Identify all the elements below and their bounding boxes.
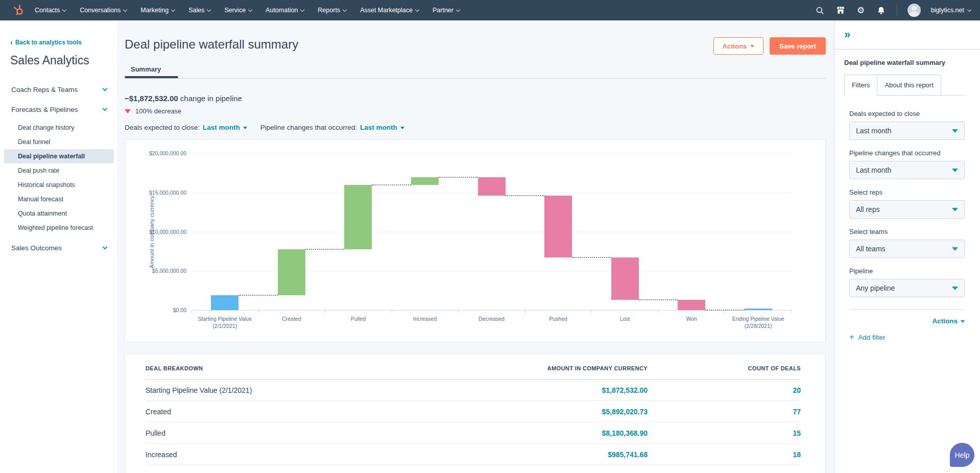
save-report-button[interactable]: Save report (770, 37, 826, 55)
app-root: ContactsConversationsMarketingSalesServi… (0, 0, 980, 473)
sidebar-section-toggle-coach-reps-teams[interactable]: Coach Reps & Teams (10, 80, 108, 100)
waterfall-bar-created[interactable] (278, 249, 305, 295)
table-row: Decreased$2,340,455.1514 (146, 465, 801, 473)
panel-actions-dropdown[interactable]: Actions (932, 317, 965, 325)
waterfall-bar-won[interactable] (678, 300, 705, 310)
nav-item-label: Partner (433, 7, 453, 14)
chevron-down-icon (343, 7, 347, 11)
waterfall-bar-pulled[interactable] (344, 185, 372, 249)
y-axis-tick-label: $0.00 (125, 307, 186, 313)
change-amount: −$1,872,532.00 (125, 94, 178, 103)
waterfall-bar-ending-pipeline-value-2-28-2021-[interactable] (745, 309, 772, 310)
sidebar-section-toggle-sales-outcomes[interactable]: Sales Outcomes (10, 238, 108, 258)
help-button[interactable]: Help (950, 443, 974, 467)
collapse-panel-icon[interactable]: » (844, 29, 850, 40)
decrease-indicator: 100% decrease (125, 107, 826, 115)
waterfall-connector (439, 177, 478, 178)
nav-item-partner[interactable]: Partner (433, 7, 460, 14)
filter2-label: Pipeline changes that occurred: (260, 124, 357, 131)
user-avatar[interactable] (907, 4, 921, 17)
caret-down-icon (243, 127, 247, 129)
panel-top-bar: » (834, 20, 980, 50)
chevron-down-icon (171, 7, 175, 11)
waterfall-bar-pushed[interactable] (544, 196, 572, 257)
nav-item-sales[interactable]: Sales (188, 7, 210, 14)
sidebar-title: Sales Analytics (10, 54, 108, 67)
waterfall-chart: $0.00$5,000,000.00$10,000,000.00$15,000,… (125, 139, 826, 343)
waterfall-bar-starting-pipeline-value-2-1-2021-[interactable] (211, 295, 238, 310)
filter-label-pipeline: Pipeline (849, 267, 965, 275)
sidebar-item-deal-pipeline-waterfall[interactable]: Deal pipeline waterfall (4, 149, 114, 163)
sidebar-item-historical-snapshots[interactable]: Historical snapshots (4, 178, 114, 192)
filter-select-value: Last month (856, 127, 891, 135)
table-header-cell: COUNT OF DEALS (648, 365, 801, 371)
filter-label-pipeline-changes-that-occurred: Pipeline changes that occurred (849, 149, 965, 157)
waterfall-bar-decreased[interactable] (478, 177, 506, 196)
table-row: Starting Pipeline Value (2/1/2021)$1,872… (146, 380, 801, 401)
filter-select-pipeline[interactable]: Any pipeline (849, 279, 965, 297)
filter-select-select-reps[interactable]: All reps (849, 200, 965, 219)
x-axis-line (192, 310, 792, 311)
filter2-dropdown[interactable]: Last month (360, 124, 404, 131)
caret-down-icon (952, 208, 958, 211)
row-count-link[interactable]: 15 (648, 429, 801, 437)
x-axis-tick (325, 310, 325, 313)
nav-item-asset-marketplace[interactable]: Asset Marketplace (360, 7, 419, 14)
row-count-link[interactable]: 18 (648, 451, 801, 459)
nav-item-contacts[interactable]: Contacts (35, 7, 66, 14)
sidebar-item-weighted-pipeline-forecast[interactable]: Weighted pipeline forecast (4, 221, 114, 235)
filter-select-deals-expected-to-close[interactable]: Last month (849, 122, 965, 140)
analytics-sidebar: ‹ Back to analytics tools Sales Analytic… (0, 20, 117, 473)
panel-title: Deal pipeline waterfall summary (844, 59, 965, 66)
nav-item-reports[interactable]: Reports (318, 7, 346, 14)
chevron-down-icon (248, 7, 252, 11)
sidebar-item-deal-change-history[interactable]: Deal change history (4, 121, 114, 135)
nav-item-conversations[interactable]: Conversations (80, 7, 127, 14)
add-filter-button[interactable]: + Add filter (849, 333, 965, 341)
table-body: Starting Pipeline Value (2/1/2021)$1,872… (146, 380, 801, 473)
caret-down-icon (952, 129, 958, 133)
primary-nav: ContactsConversationsMarketingSalesServi… (35, 7, 460, 14)
panel-tab-filters[interactable]: Filters (844, 75, 877, 96)
nav-item-label: Reports (318, 7, 340, 14)
row-amount-link[interactable]: $8,180,368.90 (494, 429, 648, 437)
chevron-left-icon: ‹ (10, 39, 13, 46)
sidebar-item-quota-attainment[interactable]: Quota attainment (4, 206, 114, 221)
plus-icon: + (849, 333, 854, 341)
back-to-analytics-link[interactable]: ‹ Back to analytics tools (10, 39, 108, 46)
x-axis-tick (658, 310, 659, 313)
row-amount-link[interactable]: $1,872,532.00 (494, 386, 648, 394)
settings-gear-icon[interactable]: ⚙ (856, 5, 866, 15)
filter-select-select-teams[interactable]: All teams (849, 240, 965, 258)
sidebar-section-sales-outcomes: Sales Outcomes (10, 238, 108, 258)
filter1-dropdown[interactable]: Last month (203, 124, 247, 131)
filter1-label: Deals expected to close: (125, 124, 200, 131)
filter-select-pipeline-changes-that-occurred[interactable]: Last month (849, 161, 965, 179)
chevron-down-icon (103, 106, 108, 111)
nav-item-marketing[interactable]: Marketing (140, 7, 175, 14)
marketplace-icon[interactable] (835, 5, 846, 15)
search-icon[interactable] (815, 5, 825, 15)
panel-tab-about-this-report[interactable]: About this report (877, 75, 941, 96)
header-buttons: Actions Save report (713, 37, 826, 55)
sidebar-section-toggle-forecasts-pipelines[interactable]: Forecasts & Pipelines (10, 100, 108, 120)
notifications-bell-icon[interactable] (876, 5, 887, 15)
filters-panel: » Deal pipeline waterfall summary Filter… (834, 20, 980, 473)
sidebar-item-manual-forecast[interactable]: Manual forecast (4, 192, 114, 206)
top-navigation: ContactsConversationsMarketingSalesServi… (0, 0, 980, 20)
deal-breakdown-table: DEAL BREAKDOWNAMOUNT IN COMPANY CURRENCY… (125, 353, 826, 473)
row-count-link[interactable]: 77 (648, 408, 801, 416)
account-menu[interactable]: biglytics.net (931, 7, 971, 14)
waterfall-bar-lost[interactable] (611, 257, 639, 300)
hubspot-logo-icon[interactable] (12, 4, 26, 17)
row-amount-link[interactable]: $5,892,020.73 (494, 408, 648, 416)
actions-button[interactable]: Actions (713, 37, 763, 55)
waterfall-bar-increased[interactable] (411, 177, 439, 185)
row-amount-link[interactable]: $985,741.68 (494, 451, 648, 459)
sidebar-item-deal-push-rate[interactable]: Deal push rate (4, 163, 114, 178)
chevron-down-icon (207, 7, 211, 11)
nav-item-automation[interactable]: Automation (266, 7, 304, 14)
sidebar-item-deal-funnel[interactable]: Deal funnel (4, 135, 114, 149)
nav-item-service[interactable]: Service (224, 7, 252, 14)
row-count-link[interactable]: 20 (648, 386, 801, 394)
